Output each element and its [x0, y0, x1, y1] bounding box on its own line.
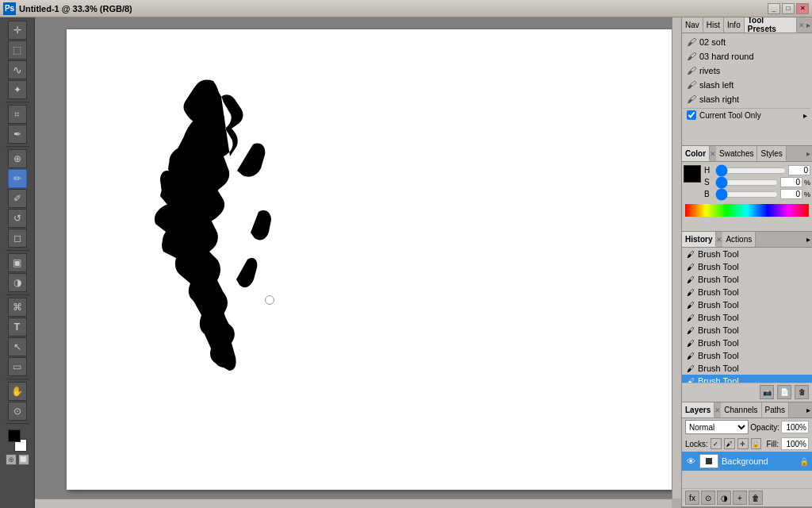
- canvas-inner[interactable]: [35, 17, 681, 508]
- history-brush-tool[interactable]: ↺: [8, 209, 27, 228]
- preset-rivets[interactable]: 🖌 rivets: [684, 64, 810, 78]
- layers-options[interactable]: ▸: [805, 402, 812, 418]
- history-item-1[interactable]: 🖌 Brush Tool: [682, 248, 812, 260]
- active-color-swatch[interactable]: [684, 165, 701, 183]
- history-item-5[interactable]: 🖌 Brush Tool: [682, 298, 812, 311]
- brush-preset-icon-2: 🖌: [687, 51, 696, 62]
- magic-wand-tool[interactable]: ✦: [8, 80, 27, 99]
- gradient-tool[interactable]: ▣: [8, 253, 27, 272]
- tab-actions[interactable]: Actions: [722, 232, 756, 247]
- current-tool-menu[interactable]: ▸: [803, 111, 807, 120]
- add-mask-button[interactable]: ⊙: [701, 491, 715, 505]
- saturation-value[interactable]: [780, 177, 802, 187]
- scrollbar-corner: [672, 498, 681, 508]
- marquee-tool[interactable]: ⬚: [8, 40, 27, 60]
- delete-layer-button[interactable]: 🗑: [749, 491, 763, 505]
- new-snapshot-button[interactable]: 📷: [760, 385, 774, 399]
- panel-options[interactable]: ▸: [805, 17, 812, 33]
- new-fill-layer-button[interactable]: ◑: [717, 491, 731, 505]
- tool-presets-close[interactable]: ✕: [799, 17, 805, 33]
- background-layer[interactable]: 👁 Background 🔒: [682, 452, 812, 471]
- hue-slider[interactable]: [715, 167, 787, 175]
- opacity-label: Opacity:: [750, 423, 779, 432]
- hue-value[interactable]: [788, 165, 810, 175]
- brightness-value[interactable]: [780, 189, 802, 199]
- hue-label: H: [704, 166, 714, 175]
- lock-transparent-icon[interactable]: ✓: [710, 438, 722, 449]
- tab-channels[interactable]: Channels: [721, 402, 761, 418]
- lasso-tool[interactable]: ∿: [8, 60, 27, 79]
- spot-heal-tool[interactable]: ⊕: [8, 149, 27, 168]
- lock-move-icon[interactable]: ✛: [737, 438, 749, 449]
- hand-tool[interactable]: ✋: [8, 382, 27, 401]
- screen-mode-button[interactable]: ⬜: [18, 454, 29, 465]
- brush-tool[interactable]: ✏: [8, 169, 27, 188]
- history-item-6[interactable]: 🖌 Brush Tool: [682, 311, 812, 324]
- tab-history[interactable]: History: [682, 232, 716, 247]
- clone-tool[interactable]: ✐: [8, 189, 27, 208]
- tab-info[interactable]: Info: [724, 17, 745, 33]
- tab-layers[interactable]: Layers: [682, 402, 714, 418]
- shape-tool[interactable]: ▭: [8, 357, 27, 376]
- tab-nav[interactable]: Nav: [682, 17, 703, 33]
- title-bar-buttons[interactable]: _ □ ✕: [768, 3, 809, 14]
- move-tool[interactable]: ✛: [8, 21, 27, 40]
- tab-styles[interactable]: Styles: [757, 146, 786, 161]
- type-tool[interactable]: T: [8, 318, 27, 337]
- eraser-tool[interactable]: ◻: [8, 229, 27, 248]
- preset-02-soft[interactable]: 🖌 02 soft: [684, 35, 810, 49]
- tab-hist[interactable]: Hist: [703, 17, 724, 33]
- add-layer-style-button[interactable]: fx: [685, 491, 699, 505]
- tab-color[interactable]: Color: [682, 146, 710, 161]
- maximize-button[interactable]: □: [782, 3, 795, 14]
- lock-paint-icon[interactable]: 🖌: [724, 438, 735, 449]
- crop-tool[interactable]: ⌗: [8, 105, 27, 124]
- tab-paths[interactable]: Paths: [762, 402, 790, 418]
- history-item-8[interactable]: 🖌 Brush Tool: [682, 337, 812, 349]
- history-close[interactable]: ✕: [716, 232, 722, 247]
- layers-close[interactable]: ✕: [714, 402, 721, 418]
- path-select-tool[interactable]: ↖: [8, 337, 27, 356]
- color-swatches[interactable]: [6, 429, 29, 452]
- history-item-10[interactable]: 🖌 Brush Tool: [682, 362, 812, 375]
- minimize-button[interactable]: _: [768, 3, 780, 14]
- layer-visibility-eye[interactable]: 👁: [685, 456, 696, 467]
- zoom-tool[interactable]: ⊙: [8, 402, 27, 421]
- foreground-color-swatch[interactable]: [8, 429, 21, 442]
- brightness-slider[interactable]: [715, 190, 779, 198]
- color-close[interactable]: ✕: [710, 146, 716, 161]
- quick-mask-button[interactable]: ◎: [6, 454, 17, 465]
- preset-slash-left[interactable]: 🖌 slash left: [684, 78, 810, 92]
- new-layer-button[interactable]: +: [733, 491, 747, 505]
- preset-03-hard-round[interactable]: 🖌 03 hard round: [684, 49, 810, 64]
- current-tool-only-checkbox[interactable]: [687, 110, 696, 120]
- history-item-4[interactable]: 🖌 Brush Tool: [682, 286, 812, 298]
- canvas-document[interactable]: [67, 29, 681, 490]
- dodge-tool[interactable]: ◑: [8, 273, 27, 292]
- history-item-7[interactable]: 🖌 Brush Tool: [682, 324, 812, 337]
- opacity-input[interactable]: [781, 421, 809, 433]
- new-document-from-history[interactable]: 📄: [777, 385, 791, 399]
- color-panel-options[interactable]: ▸: [805, 146, 812, 161]
- blend-mode-select[interactable]: Normal: [685, 420, 749, 434]
- scrollbar-right[interactable]: [672, 17, 681, 498]
- history-item-3[interactable]: 🖌 Brush Tool: [682, 273, 812, 286]
- close-button[interactable]: ✕: [796, 3, 809, 14]
- fill-input[interactable]: [781, 437, 809, 450]
- color-spectrum[interactable]: [685, 204, 809, 217]
- saturation-slider[interactable]: [715, 179, 779, 187]
- delete-history-button[interactable]: 🗑: [795, 385, 809, 399]
- eyedropper-tool[interactable]: ✒: [8, 125, 27, 144]
- title-bar: Ps Untitled-1 @ 33.3% (RGB/8) _ □ ✕: [0, 0, 812, 17]
- history-options[interactable]: ▸: [805, 232, 812, 247]
- preset-slash-right[interactable]: 🖌 slash right: [684, 92, 810, 106]
- history-item-2[interactable]: 🖌 Brush Tool: [682, 260, 812, 273]
- current-tool-only-label: Current Tool Only: [699, 111, 761, 120]
- history-item-9[interactable]: 🖌 Brush Tool: [682, 349, 812, 362]
- tab-tool-presets[interactable]: Tool Presets: [745, 17, 797, 33]
- tab-swatches[interactable]: Swatches: [716, 146, 757, 161]
- pen-tool[interactable]: ⌘: [8, 298, 27, 317]
- lock-all-icon[interactable]: 🔒: [751, 438, 762, 449]
- scrollbar-bottom[interactable]: [35, 498, 672, 508]
- history-item-11[interactable]: 🖌 Brush Tool: [682, 375, 812, 383]
